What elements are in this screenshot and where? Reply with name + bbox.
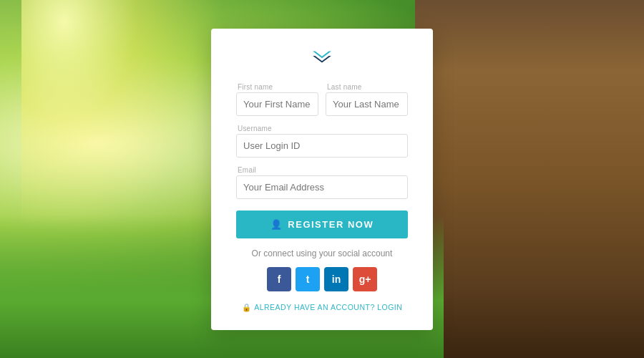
first-name-label: First name — [238, 83, 318, 91]
twitter-icon: t — [306, 274, 310, 285]
background-tree — [415, 0, 644, 358]
email-label: Email — [238, 166, 408, 174]
username-input[interactable] — [236, 134, 408, 158]
first-name-group: First name — [236, 83, 318, 116]
logo — [309, 50, 335, 67]
google-button[interactable]: g+ — [353, 267, 377, 291]
login-link[interactable]: 🔒 ALREADY HAVE AN ACCOUNT? LOGIN — [242, 303, 403, 312]
logo-icon — [309, 50, 335, 67]
facebook-button[interactable]: f — [267, 267, 291, 291]
google-icon: g+ — [359, 274, 371, 285]
last-name-label: Last name — [327, 83, 408, 91]
register-icon: 👤 — [270, 219, 283, 230]
linkedin-button[interactable]: in — [324, 267, 348, 291]
social-divider: Or connect using your social account — [252, 248, 393, 258]
login-link-text: ALREADY HAVE AN ACCOUNT? LOGIN — [254, 303, 402, 311]
email-group: Email — [236, 166, 408, 199]
facebook-icon: f — [278, 274, 281, 285]
social-buttons-row: f t in g+ — [267, 267, 377, 291]
email-input[interactable] — [236, 175, 408, 199]
register-button[interactable]: 👤 REGISTER NOW — [236, 211, 408, 238]
last-name-group: Last name — [326, 83, 408, 116]
linkedin-icon: in — [332, 274, 341, 285]
lock-icon: 🔒 — [242, 303, 252, 312]
first-name-input[interactable] — [236, 92, 318, 116]
username-label: Username — [238, 125, 408, 132]
username-group: Username — [236, 125, 408, 158]
last-name-input[interactable] — [326, 92, 408, 116]
register-card: First name Last name Username Email 👤 RE… — [211, 29, 433, 330]
name-row: First name Last name — [236, 83, 408, 116]
twitter-button[interactable]: t — [296, 267, 320, 291]
register-button-label: REGISTER NOW — [288, 219, 374, 230]
